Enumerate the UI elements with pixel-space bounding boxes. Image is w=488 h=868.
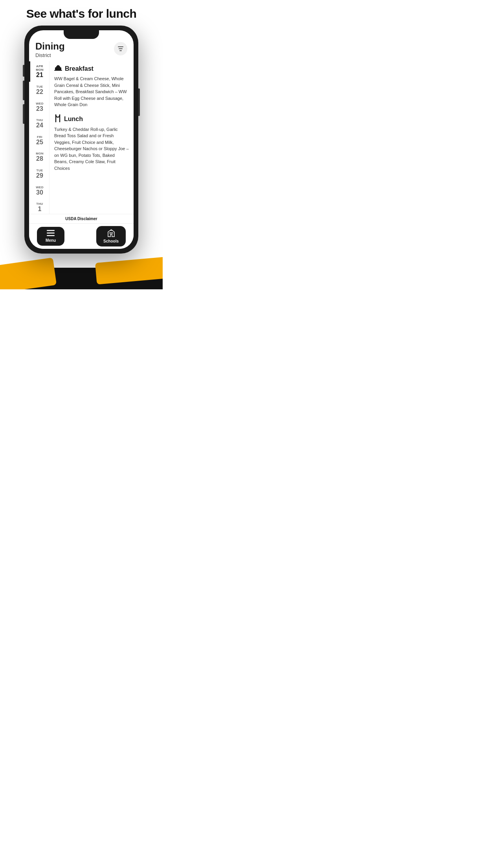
meal-header-lunch: Lunch: [54, 114, 129, 124]
page-background: See what's for lunch Dining District: [0, 0, 163, 289]
date-item-24[interactable]: THU24: [29, 115, 49, 132]
date-number: 23: [36, 105, 43, 112]
meal-section-breakfast: BreakfastWW Bagel & Cream Cheese, Whole …: [54, 64, 129, 108]
date-number: 25: [36, 139, 43, 146]
svg-rect-10: [109, 232, 113, 233]
lunch-title: Lunch: [64, 116, 83, 123]
date-number: 28: [36, 155, 43, 162]
date-number: 30: [36, 189, 43, 196]
breakfast-title: Breakfast: [65, 65, 94, 72]
breakfast-icon: [54, 64, 62, 73]
date-item-23[interactable]: WED23: [29, 99, 49, 116]
date-item-22[interactable]: TUE22: [29, 82, 49, 99]
nav-item-schools[interactable]: Schools: [96, 226, 126, 246]
svg-rect-7: [47, 233, 55, 234]
date-item-1[interactable]: THU1: [29, 199, 49, 214]
phone-notch: [64, 30, 99, 39]
screen-body: AprMON21TUE22WED23THU24FRI25MON28TUE29WE…: [29, 61, 134, 214]
yellow-shape-left: [0, 257, 57, 289]
date-number: 22: [36, 88, 43, 96]
filter-button[interactable]: [114, 42, 127, 55]
filter-line-1: [118, 46, 123, 47]
svg-rect-9: [110, 230, 112, 231]
date-month: Apr: [36, 64, 43, 68]
date-number: 29: [36, 172, 43, 179]
svg-rect-3: [54, 70, 62, 71]
svg-rect-2: [57, 65, 59, 66]
filter-icon: [118, 46, 123, 51]
date-item-28[interactable]: MON28: [29, 149, 49, 166]
filter-line-3: [119, 50, 122, 51]
filter-line-2: [119, 48, 123, 49]
date-number: 21: [36, 72, 43, 79]
svg-rect-6: [47, 230, 55, 231]
date-item-30[interactable]: WED30: [29, 182, 49, 199]
nav-item-menu[interactable]: Menu: [37, 227, 64, 246]
phone-screen: Dining District AprMON21TUE22WED23THU24F…: [29, 30, 134, 249]
menu-nav-icon: [47, 230, 55, 237]
menu-nav-label: Menu: [46, 238, 56, 243]
schools-nav-icon: [107, 229, 115, 238]
phone-button-power: [138, 88, 140, 116]
lunch-icon: [54, 114, 61, 124]
phone-button-vol-down: [23, 104, 24, 124]
meal-section-lunch: LunchTurkey & Cheddar Roll-up, Garlic Br…: [54, 114, 129, 172]
date-dow: THU: [36, 118, 43, 122]
date-item-29[interactable]: TUE29: [29, 166, 49, 182]
menu-content: BreakfastWW Bagel & Cream Cheese, Whole …: [50, 61, 134, 214]
dining-title: Dining: [35, 41, 65, 51]
page-headline: See what's for lunch: [0, 7, 163, 20]
district-subtitle: District: [35, 52, 65, 58]
date-dow: WED: [36, 102, 44, 105]
date-dow: THU: [36, 202, 43, 206]
meal-header-breakfast: Breakfast: [54, 64, 129, 73]
date-number: 1: [38, 206, 42, 213]
date-dow: TUE: [37, 85, 43, 88]
date-dow: WED: [36, 186, 44, 189]
date-sidebar[interactable]: AprMON21TUE22WED23THU24FRI25MON28TUE29WE…: [29, 61, 50, 214]
date-number: 24: [36, 122, 43, 129]
svg-rect-11: [109, 233, 113, 234]
bottom-nav: Menu Schools: [29, 223, 134, 249]
breakfast-description: WW Bagel & Cream Cheese, Whole Grain Cer…: [54, 75, 129, 108]
svg-rect-8: [47, 235, 55, 236]
date-item-25[interactable]: FRI25: [29, 132, 49, 149]
date-dow: TUE: [37, 169, 43, 172]
lunch-description: Turkey & Cheddar Roll-up, Garlic Bread T…: [54, 126, 129, 172]
phone-button-vol-up: [23, 81, 24, 100]
schools-nav-label: Schools: [103, 239, 119, 243]
date-dow: MON: [36, 68, 44, 72]
title-block: Dining District: [35, 41, 65, 58]
phone-frame: Dining District AprMON21TUE22WED23THU24F…: [24, 26, 138, 254]
phone-button-mute: [23, 65, 24, 77]
date-dow: FRI: [37, 135, 42, 139]
date-item-21[interactable]: AprMON21: [29, 61, 49, 82]
usda-footer: USDA Disclaimer: [29, 214, 134, 223]
date-dow: MON: [36, 152, 44, 155]
